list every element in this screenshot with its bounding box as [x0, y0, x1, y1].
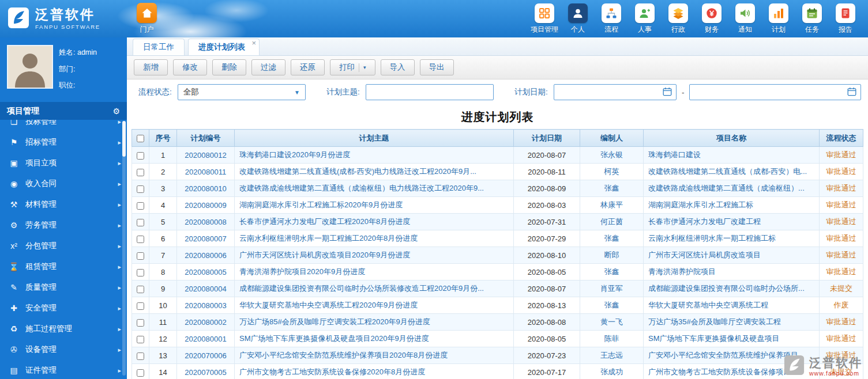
plan-number-link[interactable]: 2020080004	[185, 285, 226, 293]
plan-subject-link[interactable]: 青海洪湖养护院项目2020年9月份进度	[239, 267, 365, 276]
project-link[interactable]: SM广场地下车库更换摄像机及硬盘项目	[648, 334, 780, 343]
table-row[interactable]: 3 2020080010 改建铁路成渝线增建第二直通线（成渝枢纽）电力线路迁改工…	[132, 180, 863, 197]
project-link[interactable]: 湖南洞庭湖水库引水工程施工标	[648, 200, 753, 209]
plan-number-link[interactable]: 2020080012	[185, 151, 226, 160]
topnav-item-personal[interactable]: 个人	[561, 3, 595, 35]
topnav-item-portal[interactable]: 门户	[137, 3, 157, 35]
date-from-input[interactable]	[558, 88, 663, 97]
row-checkbox[interactable]	[137, 252, 144, 260]
author-link[interactable]: 张永银	[600, 150, 623, 159]
plan-number-link[interactable]: 2020080007	[185, 234, 226, 243]
plan-subject-link[interactable]: 珠海鹤港口建设2020年9月份进度	[239, 150, 350, 159]
row-checkbox[interactable]	[137, 319, 144, 327]
plan-subject-link[interactable]: 华软大厦研究基地中央空调系统工程2020年9月份进度	[239, 301, 418, 309]
sidebar-menu-item[interactable]: ⚑ 招标管理 ▸	[0, 132, 127, 153]
author-link[interactable]: 断郎	[604, 251, 619, 259]
plan-number-link[interactable]: 2020070005	[185, 368, 226, 377]
sidebar-menu-item[interactable]: x² 分包管理 ▸	[0, 236, 127, 256]
author-link[interactable]: 王志远	[600, 351, 623, 359]
sidebar-menu-item[interactable]: ⌛ 租赁管理 ▸	[0, 256, 127, 277]
status-select[interactable]: 全部 ▼	[178, 84, 306, 100]
plan-subject-link[interactable]: 万达广场85#会所及咖啡厅空调安装工程2020年9月份进度	[239, 317, 430, 326]
author-link[interactable]: 张鑫	[604, 267, 619, 276]
plan-subject-link[interactable]: 改建铁路成渝线增建第二直通线（成渝枢纽）电力线路迁改工程2020年9...	[239, 184, 484, 192]
project-link[interactable]: 云南水利枢纽潜明水库一期工程施工标	[648, 234, 776, 242]
calendar-icon[interactable]	[847, 87, 856, 98]
row-checkbox[interactable]	[137, 219, 144, 226]
sidebar-menu-item[interactable]: ✇ 设备管理 ▸	[0, 339, 127, 360]
column-header-plan-number[interactable]: 计划编号	[177, 130, 235, 147]
close-icon[interactable]: ×	[251, 39, 256, 47]
sidebar-menu-item[interactable]: ✎ 质量管理 ▸	[0, 277, 127, 298]
table-row[interactable]: 6 2020080007 云南水利枢纽潜明水库一期工程施工2020年8月份进度 …	[132, 230, 863, 247]
sidebar-menu-item[interactable]: ▣ 项目立项 ▸	[0, 153, 127, 173]
sidebar-menu-item[interactable]: ◉ 收入合同 ▸	[0, 173, 127, 194]
plan-subject-link[interactable]: 云南水利枢纽潜明水库一期工程施工2020年8月份进度	[239, 234, 418, 242]
column-header-status[interactable]: 流程状态	[820, 130, 863, 147]
row-checkbox[interactable]	[137, 369, 144, 377]
author-link[interactable]: 张成功	[600, 367, 623, 376]
date-from-field[interactable]	[554, 84, 677, 100]
sidebar-scrollbar-thumb[interactable]	[122, 121, 126, 157]
row-checkbox[interactable]	[137, 236, 144, 243]
plan-number-link[interactable]: 2020080011	[185, 168, 226, 176]
sidebar-menu-item[interactable]: ⚒ 材料管理 ▸	[0, 194, 127, 215]
date-to-input[interactable]	[694, 88, 847, 97]
plan-subject-link[interactable]: 长春市伊通河水力发电厂改建工程2020年8月份进度	[239, 217, 410, 226]
select-all-checkbox[interactable]	[137, 135, 144, 142]
table-row[interactable]: 5 2020080008 长春市伊通河水力发电厂改建工程2020年8月份进度 2…	[132, 214, 863, 230]
plan-subject-link[interactable]: 广州市文物考古工地安防系统设备保修2020年8月份进度	[239, 367, 425, 376]
table-row[interactable]: 10 2020080003 华软大厦研究基地中央空调系统工程2020年9月份进度…	[132, 297, 863, 314]
project-link[interactable]: 广安邓小平纪念馆安全防范系统维护保养项目	[648, 351, 798, 359]
column-header-date[interactable]: 计划日期	[514, 130, 580, 147]
table-row[interactable]: 7 2020080006 广州市天河区统计局机房改造项目2020年9月份进度 2…	[132, 247, 863, 264]
sidebar-menu-item[interactable]: ▤ 证件管理 ▸	[0, 360, 127, 379]
topnav-item-plan[interactable]: 计划	[762, 3, 795, 35]
tab-daily-work[interactable]: 日常工作	[133, 39, 185, 55]
plan-subject-link[interactable]: 广州市天河区统计局机房改造项目2020年9月份进度	[239, 251, 410, 259]
author-link[interactable]: 何正茵	[600, 217, 623, 226]
delete-button[interactable]: 删除	[212, 59, 246, 75]
plan-number-link[interactable]: 2020080006	[185, 251, 226, 260]
topnav-item-finance[interactable]: 财务	[695, 3, 728, 35]
row-checkbox[interactable]	[137, 286, 144, 293]
project-link[interactable]: 改建铁路线增建第二线直通线（成都-西安）电...	[648, 167, 807, 176]
topnav-item-notice[interactable]: 通知	[728, 3, 762, 35]
plan-number-link[interactable]: 2020080001	[185, 335, 226, 343]
author-link[interactable]: 张鑫	[604, 234, 619, 242]
plan-subject-link[interactable]: 成都能源建设集团投资有限公司临时办公场所装修改造工程2020年9月份...	[239, 284, 484, 293]
tab-progress-plan-list[interactable]: 进度计划列表 ×	[188, 39, 260, 55]
topnav-item-report[interactable]: 报告	[829, 3, 862, 35]
table-row[interactable]: 1 2020080012 珠海鹤港口建设2020年9月份进度 2020-08-0…	[132, 147, 863, 164]
restore-button[interactable]: 还原	[291, 59, 325, 75]
import-button[interactable]: 导入	[381, 59, 415, 75]
project-link[interactable]: 珠海鹤港口建设	[648, 150, 701, 159]
author-link[interactable]: 陈菲	[604, 334, 619, 343]
author-link[interactable]: 张鑫	[604, 184, 619, 192]
author-link[interactable]: 黄一飞	[600, 317, 623, 326]
row-checkbox[interactable]	[137, 152, 144, 160]
table-row[interactable]: 14 2020070005 广州市文物考古工地安防系统设备保修2020年8月份进…	[132, 364, 863, 379]
plan-subject-link[interactable]: 广安邓小平纪念馆安全防范系统维护保养项目2020年8月份进度	[239, 351, 448, 359]
table-row[interactable]: 4 2020080009 湖南洞庭湖水库引水工程施工标2020年9月份进度 20…	[132, 197, 863, 214]
column-header-author[interactable]: 编制人	[580, 130, 644, 147]
table-row[interactable]: 11 2020080002 万达广场85#会所及咖啡厅空调安装工程2020年9月…	[132, 314, 863, 331]
row-checkbox[interactable]	[137, 302, 144, 310]
plan-number-link[interactable]: 2020080005	[185, 268, 226, 276]
project-link[interactable]: 青海洪湖养护院项目	[648, 267, 716, 276]
topnav-item-task[interactable]: 任务	[795, 3, 829, 35]
filter-button[interactable]: 过滤	[251, 59, 285, 75]
plan-number-link[interactable]: 2020080009	[185, 201, 226, 210]
project-link[interactable]: 改建铁路成渝线增建第二直通线（成渝枢纽）...	[648, 184, 805, 192]
plan-number-link[interactable]: 2020080010	[185, 184, 226, 193]
column-header-seq[interactable]: 序号	[149, 130, 177, 147]
project-link[interactable]: 长春市伊通河水力发电厂改建工程	[648, 217, 761, 226]
row-checkbox[interactable]	[137, 269, 144, 276]
topnav-item-project-management[interactable]: 项目管理	[528, 3, 561, 35]
project-link[interactable]: 广州市文物考古工地安防系统设备保修项目	[648, 367, 791, 376]
table-row[interactable]: 12 2020080001 SM广场地下车库更换摄像机及硬盘项目2020年9月份…	[132, 331, 863, 347]
plan-subject-link[interactable]: 湖南洞庭湖水库引水工程施工标2020年9月份进度	[239, 200, 403, 209]
plan-number-link[interactable]: 2020070006	[185, 351, 226, 360]
export-button[interactable]: 导出	[420, 59, 454, 75]
table-row[interactable]: 2 2020080011 改建铁路线增建第二线直通线(成都-西安)电力线路迁改工…	[132, 164, 863, 180]
